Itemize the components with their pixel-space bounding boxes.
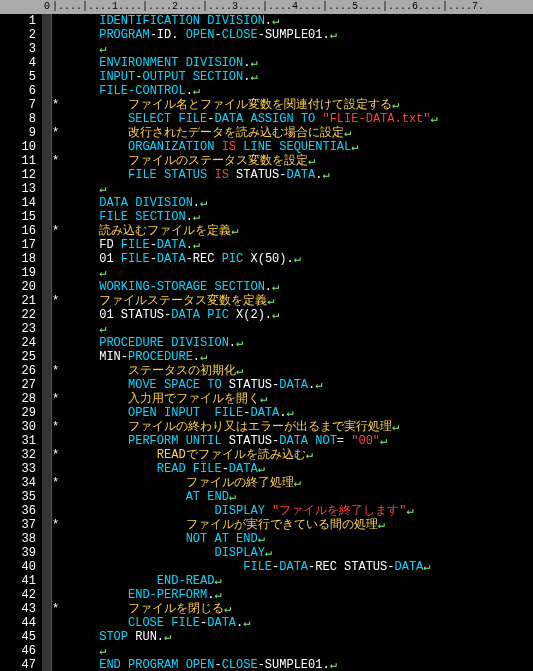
return-mark: ↵ xyxy=(164,630,171,644)
code-line[interactable]: SELECT FILE-DATA ASSIGN TO "FLIE-DATA.tx… xyxy=(56,112,533,126)
code-line[interactable]: ↵ xyxy=(56,322,533,336)
code-line[interactable]: FILE STATUS IS STATUS-DATA.↵ xyxy=(56,168,533,182)
return-mark: ↵ xyxy=(315,378,322,392)
token: ファイルの終わり又はエラーが出るまで実行処理 xyxy=(128,420,392,434)
token: ファイルが実行できている間の処理 xyxy=(186,518,378,532)
code-line[interactable]: ORGANIZATION IS LINE SEQUENTIAL↵ xyxy=(56,140,533,154)
code-line[interactable]: DATA DIVISION.↵ xyxy=(56,196,533,210)
token: - xyxy=(214,658,221,671)
line-number: 35 xyxy=(0,490,36,504)
code-line[interactable]: OPEN INPUT FILE-DATA.↵ xyxy=(56,406,533,420)
code-line[interactable]: * 入力用でファイルを開く↵ xyxy=(56,392,533,406)
code-line[interactable]: * ファイル名とファイル変数を関連付けて設定する↵ xyxy=(56,98,533,112)
code-line[interactable]: PROGRAM-ID. OPEN-CLOSE-SUMPLE01.↵ xyxy=(56,28,533,42)
code-line[interactable]: STOP RUN.↵ xyxy=(56,630,533,644)
token: ファイルのステータス変数を設定 xyxy=(128,154,308,168)
code-line[interactable]: IDENTIFICATION DIVISION.↵ xyxy=(56,14,533,28)
line-number: 26 xyxy=(0,364,36,378)
code-line[interactable]: FD FILE-DATA.↵ xyxy=(56,238,533,252)
token: - xyxy=(150,252,157,266)
code-line[interactable]: DISPLAY↵ xyxy=(56,546,533,560)
comment-asterisk: * xyxy=(52,154,59,168)
code-line[interactable]: WORKING-STORAGE SECTION.↵ xyxy=(56,280,533,294)
token: FD xyxy=(99,238,121,252)
code-line[interactable]: ENVIRONMENT DIVISION.↵ xyxy=(56,56,533,70)
return-mark: ↵ xyxy=(272,280,279,294)
code-line[interactable]: MOVE SPACE TO STATUS-DATA.↵ xyxy=(56,378,533,392)
line-number: 20 xyxy=(0,280,36,294)
code-line[interactable]: ↵ xyxy=(56,182,533,196)
return-mark: ↵ xyxy=(330,28,337,42)
line-number: 8 xyxy=(0,112,36,126)
code-line[interactable]: * ファイルが実行できている間の処理↵ xyxy=(56,518,533,532)
line-number: 44 xyxy=(0,616,36,630)
code-line[interactable]: FILE-CONTROL.↵ xyxy=(56,84,533,98)
token: FILE STATUS xyxy=(128,168,214,182)
code-line[interactable]: * ファイルの終了処理↵ xyxy=(56,476,533,490)
code-line[interactable]: * ファイルの終わり又はエラーが出るまで実行処理↵ xyxy=(56,420,533,434)
line-number: 10 xyxy=(0,140,36,154)
code-line[interactable]: 01 FILE-DATA-REC PIC X(50).↵ xyxy=(56,252,533,266)
code-line[interactable]: 01 STATUS-DATA PIC X(2).↵ xyxy=(56,308,533,322)
return-mark: ↵ xyxy=(99,182,106,196)
line-number: 34 xyxy=(0,476,36,490)
token: FILE xyxy=(243,560,272,574)
token: WORKING-STORAGE SECTION xyxy=(99,280,265,294)
token: MOVE SPACE TO xyxy=(128,378,222,392)
code-line[interactable]: * ファイルを閉じる↵ xyxy=(56,602,533,616)
token: DATA DIVISION xyxy=(99,196,193,210)
token: IDENTIFICATION DIVISION xyxy=(99,14,265,28)
token: DISPLAY xyxy=(214,504,272,518)
token: DISPLAY xyxy=(214,546,264,560)
line-number: 3 xyxy=(0,42,36,56)
code-line[interactable]: * ファイルステータス変数を定義↵ xyxy=(56,294,533,308)
code-line[interactable]: * ステータスの初期化↵ xyxy=(56,364,533,378)
return-mark: ↵ xyxy=(214,574,221,588)
code-line[interactable]: INPUT-OUTPUT SECTION.↵ xyxy=(56,70,533,84)
code-line[interactable]: FILE SECTION.↵ xyxy=(56,210,533,224)
token: -ID. xyxy=(150,28,186,42)
code-line[interactable]: CLOSE FILE-DATA.↵ xyxy=(56,616,533,630)
token: OUTPUT SECTION xyxy=(142,70,243,84)
token: -SUMPLE01. xyxy=(258,658,330,671)
code-line[interactable]: NOT AT END↵ xyxy=(56,532,533,546)
line-number: 17 xyxy=(0,238,36,252)
line-number: 23 xyxy=(0,322,36,336)
return-mark: ↵ xyxy=(99,266,106,280)
line-number: 22 xyxy=(0,308,36,322)
code-line[interactable]: AT END↵ xyxy=(56,490,533,504)
token: END PROGRAM OPEN xyxy=(99,658,214,671)
code-line[interactable]: PROCEDURE DIVISION.↵ xyxy=(56,336,533,350)
return-mark: ↵ xyxy=(214,588,221,602)
code-line[interactable]: ↵ xyxy=(56,266,533,280)
code-line[interactable]: END-PERFORM.↵ xyxy=(56,588,533,602)
code-line[interactable]: PERFORM UNTIL STATUS-DATA NOT= "00"↵ xyxy=(56,434,533,448)
comment-asterisk: * xyxy=(52,364,59,378)
token: DATA NOT xyxy=(279,434,337,448)
code-line[interactable]: ↵ xyxy=(56,42,533,56)
code-line[interactable]: DISPLAY "ファイルを終了します"↵ xyxy=(56,504,533,518)
code-line[interactable]: END-READ↵ xyxy=(56,574,533,588)
return-mark: ↵ xyxy=(250,70,257,84)
code-line[interactable]: MIN-PROCEDURE.↵ xyxy=(56,350,533,364)
code-area[interactable]: IDENTIFICATION DIVISION.↵ PROGRAM-ID. OP… xyxy=(52,14,533,671)
code-line[interactable]: READ FILE-DATA↵ xyxy=(56,462,533,476)
code-line[interactable]: * READでファイルを読み込む↵ xyxy=(56,448,533,462)
line-number: 46 xyxy=(0,644,36,658)
code-line[interactable]: END PROGRAM OPEN-CLOSE-SUMPLE01.↵ xyxy=(56,658,533,671)
code-line[interactable]: * 改行されたデータを読み込む場合に設定↵ xyxy=(56,126,533,140)
code-line[interactable]: ↵ xyxy=(56,644,533,658)
token: READでファイルを読み込む xyxy=(157,448,306,462)
line-number: 21 xyxy=(0,294,36,308)
code-line[interactable]: * ファイルのステータス変数を設定↵ xyxy=(56,154,533,168)
token: - xyxy=(222,462,229,476)
code-line[interactable]: FILE-DATA-REC STATUS-DATA↵ xyxy=(56,560,533,574)
line-number: 33 xyxy=(0,462,36,476)
token: X(50). xyxy=(243,252,293,266)
token: STATUS- xyxy=(222,378,280,392)
token: - xyxy=(150,238,157,252)
token: . xyxy=(186,210,193,224)
token: DATA xyxy=(157,238,186,252)
token: 読み込むファイルを定義 xyxy=(99,224,231,238)
code-line[interactable]: * 読み込むファイルを定義↵ xyxy=(56,224,533,238)
